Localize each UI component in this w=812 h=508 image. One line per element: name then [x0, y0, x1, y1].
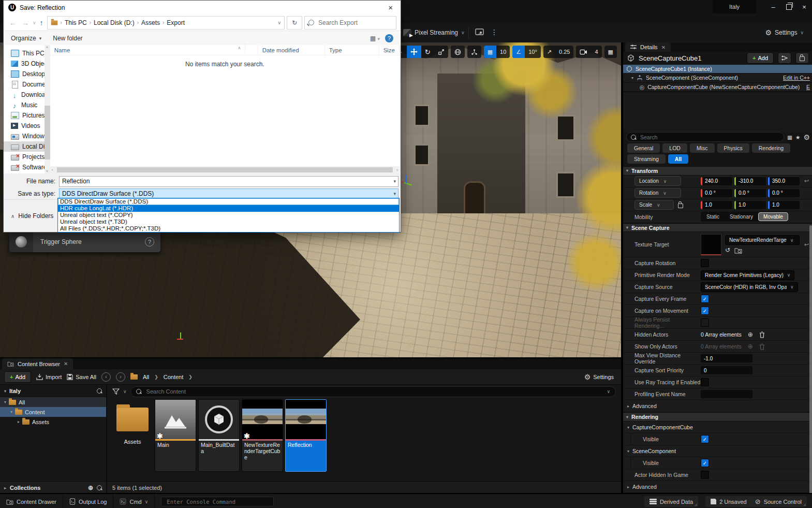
rotation-dropdown[interactable]: Rotation∨ — [634, 188, 681, 198]
content-drawer-button[interactable]: Content Drawer — [0, 494, 63, 508]
help-icon[interactable]: ? — [385, 34, 393, 42]
use-selected-asset-icon[interactable]: ↺ — [725, 246, 730, 254]
content-search-input[interactable] — [145, 388, 603, 395]
back-icon[interactable]: ‹ — [101, 372, 111, 382]
add-collection-icon[interactable]: ⊕ — [88, 484, 93, 491]
console-command-box[interactable] — [161, 497, 274, 506]
asset-tile-main-builtdata[interactable]: Main_BuiltData — [198, 399, 240, 472]
file-name-field[interactable]: ▾ — [59, 176, 398, 187]
tree-scrollbar[interactable]: ˄˅ — [45, 45, 50, 173]
tree-this-pc[interactable]: This PC — [4, 48, 45, 59]
scale-tool-button[interactable] — [434, 46, 448, 58]
asset-tile-reflection[interactable]: Reflection — [285, 399, 327, 472]
back-icon[interactable]: ← — [8, 19, 18, 27]
location-dropdown[interactable]: Location∨ — [634, 176, 681, 186]
option-dds[interactable]: DDS DirectDraw Surface (*.DDS) — [58, 198, 399, 205]
tree-local-disk-d[interactable]: Local Disk (D:) — [4, 141, 45, 152]
mobility-static[interactable]: Static — [701, 212, 725, 221]
dialog-search-box[interactable] — [304, 16, 396, 30]
close-button[interactable]: × — [796, 0, 812, 13]
tab-content-browser[interactable]: Content Browser ✕ — [2, 358, 73, 369]
output-log-button[interactable]: Output Log — [63, 494, 113, 508]
column-type[interactable]: Type — [325, 45, 379, 55]
section-transform[interactable]: ▾Transform — [623, 166, 812, 176]
help-icon[interactable]: ? — [145, 237, 154, 246]
address-dropdown-icon[interactable]: ∨ — [277, 20, 281, 25]
source-content[interactable]: ▾Content — [0, 407, 106, 417]
rotation-snap-toggle[interactable]: ∠ — [512, 46, 525, 58]
asset-tile-assets[interactable]: Assets — [112, 399, 153, 481]
pixel-streaming-dropdown[interactable]: Pixel Streaming ∨ — [403, 23, 465, 42]
profiling-event-field[interactable] — [701, 390, 752, 398]
visible-checkbox[interactable]: ✓ — [701, 435, 709, 443]
tab-physics[interactable]: Physics — [717, 143, 749, 153]
tab-lod[interactable]: LOD — [662, 143, 687, 153]
component-row-capturecube[interactable]: ◎ CaptureComponentCube (NewSceneCaptureC… — [623, 83, 812, 92]
content-search-box[interactable]: ∨ — [130, 386, 616, 397]
restore-button[interactable] — [781, 0, 796, 13]
details-search-input[interactable] — [639, 134, 779, 141]
content-settings-button[interactable]: ⚙Settings — [584, 373, 614, 381]
breadcrumb-all[interactable]: All — [143, 374, 149, 380]
ray-tracing-checkbox[interactable] — [701, 378, 709, 386]
refresh-button[interactable]: ↻ — [287, 16, 302, 30]
tree-windows-c[interactable]: Windows (C:) — [4, 131, 45, 141]
details-scrollbar[interactable] — [809, 225, 812, 493]
component-row-instance[interactable]: SceneCaptureCube1 (Instance) — [623, 65, 812, 74]
scale-x-field[interactable]: 1.0 — [701, 201, 732, 209]
crumb-local-disk[interactable]: Local Disk (D:) — [94, 19, 135, 26]
scale-snap-toggle[interactable]: ↗ — [543, 46, 555, 58]
mobility-movable[interactable]: Movable — [758, 212, 788, 221]
favorites-star-icon[interactable]: ★ — [795, 134, 800, 140]
edit-in-cpp-link[interactable]: Edit in C++ — [783, 75, 810, 81]
location-z-field[interactable]: 350.0 — [768, 177, 800, 185]
tree-projects[interactable]: Projects (\\magf — [4, 152, 45, 162]
crumb-assets[interactable]: Assets — [141, 19, 160, 26]
browse-to-asset-icon[interactable] — [734, 247, 742, 254]
horizontal-scrollbar[interactable]: ‹› — [50, 166, 400, 173]
capture-component-cube-group[interactable]: ▾CaptureComponentCube — [623, 422, 812, 433]
option-copy[interactable]: Unreal object text (*.COPY) — [58, 212, 399, 219]
revert-icon[interactable]: ↩ — [804, 178, 809, 184]
tab-rendering[interactable]: Rendering — [752, 143, 790, 153]
add-element-icon[interactable]: ⊕ — [748, 331, 753, 338]
sources-header[interactable]: ▾Italy — [0, 385, 106, 397]
up-icon[interactable]: ↑ — [38, 19, 45, 27]
camera-speed-value[interactable]: 4 — [591, 46, 601, 58]
details-search-box[interactable] — [626, 132, 784, 142]
maximize-viewport-button[interactable]: ▦ — [604, 46, 617, 58]
scale-y-field[interactable]: 1.0 — [734, 201, 766, 209]
derived-data-button[interactable]: Derived Data — [644, 496, 698, 507]
add-component-button[interactable]: +Add — [747, 52, 774, 64]
tree-videos[interactable]: Videos — [4, 121, 45, 131]
option-hdr[interactable]: HDR cube LongLat (*.HDR) — [58, 205, 399, 212]
rotation-x-field[interactable]: 0.0 ° — [701, 189, 732, 197]
mobility-stationary[interactable]: Stationary — [725, 212, 758, 221]
capture-sort-priority-field[interactable]: 0 — [701, 366, 752, 374]
minimize-button[interactable]: – — [765, 0, 781, 13]
chevron-down-icon[interactable]: ▾ — [393, 179, 396, 184]
file-name-input[interactable] — [60, 178, 398, 185]
forward-icon[interactable]: → — [20, 19, 31, 27]
search-icon[interactable] — [97, 485, 102, 490]
visible-checkbox[interactable]: ✓ — [701, 459, 709, 467]
filter-icon[interactable] — [112, 388, 120, 395]
import-button[interactable]: Import — [36, 373, 62, 380]
media-capture-icon[interactable] — [475, 28, 485, 36]
tree-music[interactable]: ♪Music — [4, 100, 45, 110]
tree-3d-objects[interactable]: 3D Objects — [4, 59, 45, 69]
details-settings-icon[interactable]: ⚙ — [803, 133, 810, 141]
source-all[interactable]: ▾All — [0, 397, 106, 407]
display-filter-icon[interactable]: ▦ — [787, 134, 792, 140]
chevron-down-icon[interactable]: ∨ — [607, 389, 610, 394]
cmd-dropdown[interactable]: Cmd∨ — [113, 494, 155, 508]
forward-icon[interactable]: › — [116, 372, 125, 382]
surface-snapping-button[interactable] — [467, 46, 481, 58]
capture-on-movement-checkbox[interactable]: ✓ — [701, 307, 709, 315]
console-command-input[interactable] — [166, 498, 269, 505]
edit-link-truncated[interactable]: E — [806, 84, 810, 90]
breadcrumb-content[interactable]: Content — [164, 374, 184, 380]
chevron-down-icon[interactable]: ∨ — [123, 389, 127, 394]
close-icon[interactable]: ✕ — [64, 361, 68, 367]
save-all-button[interactable]: Save All — [67, 374, 96, 380]
